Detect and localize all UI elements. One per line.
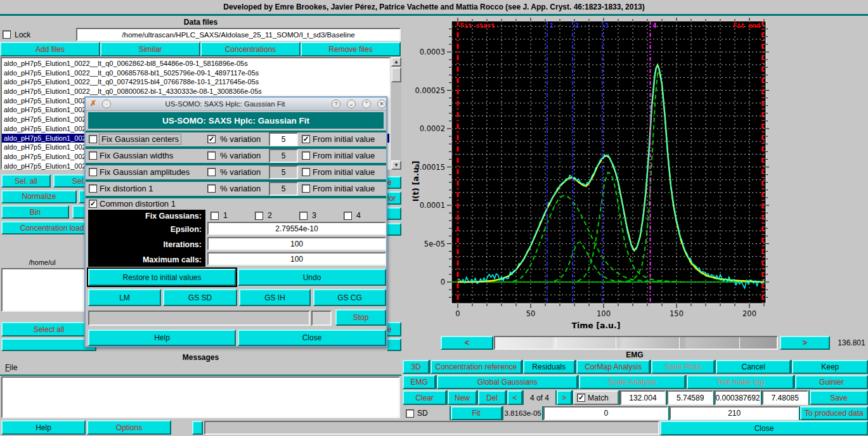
clipped-button-fragment[interactable]: lor	[387, 191, 401, 205]
gaussian-fit-dialog[interactable]: ✗ · US-SOMO: SAXS Hplc: Gaussian Fit ? ⌄…	[84, 96, 387, 347]
fix-gaussian-4-label: 4	[356, 211, 361, 220]
from-initial-checkbox[interactable]	[302, 168, 310, 176]
epsilon-field[interactable]: 2.79554e-10	[207, 222, 386, 235]
gaussian-distortion-field[interactable]: 7.48085	[762, 390, 808, 405]
trial-make-i-q--button[interactable]: Trial make I(q)	[687, 375, 793, 389]
variation-checkbox[interactable]	[207, 151, 216, 160]
algorithm-gs-sd-button[interactable]: GS SD	[163, 289, 237, 306]
lock-checkbox[interactable]	[3, 30, 11, 39]
clear-gaussian-button[interactable]: Clear	[403, 390, 446, 405]
delete-gaussian-button[interactable]: Del	[478, 390, 506, 405]
from-initial-checkbox[interactable]	[302, 184, 310, 193]
variation-value-field[interactable]: 5	[269, 182, 298, 196]
bottom-stub-button[interactable]	[192, 421, 203, 435]
action-Sel. all-button[interactable]: Sel. all	[1, 174, 51, 188]
dialog-close-button[interactable]: Close	[238, 330, 386, 346]
new-gaussian-button[interactable]: New	[448, 390, 477, 405]
match-checkbox[interactable]: ✓	[577, 394, 585, 402]
partial-button[interactable]	[1, 338, 96, 351]
next-gaussian-button[interactable]: >	[557, 390, 572, 405]
restore-button[interactable]: Restore to initial values	[88, 269, 236, 286]
iterations-field[interactable]: 100	[207, 237, 386, 250]
messages-box[interactable]	[1, 376, 400, 418]
from-initial-checkbox[interactable]: ✓	[302, 135, 310, 143]
file-menu[interactable]: File	[5, 363, 30, 373]
undo-button[interactable]: Undo	[238, 269, 386, 286]
gaussian-amplitude-field[interactable]: 0.000387692	[715, 390, 761, 405]
fit-button[interactable]: Fit	[451, 406, 502, 420]
data-path-field[interactable]: /home/ultrascan/HPLC_SAXS/Aldolase_25_11…	[76, 28, 401, 41]
dialog-title-bar[interactable]: ✗ · US-SOMO: SAXS Hplc: Gaussian Fit ? ⌄…	[86, 98, 386, 111]
variation-checkbox[interactable]	[207, 184, 216, 193]
file-list-item[interactable]: aldo_pH7p5_Elution1_0022__It_q0_00742915…	[2, 77, 389, 87]
toolbar-add-files-button[interactable]: Add files	[0, 42, 100, 56]
fix-gaussian-3-checkbox[interactable]	[299, 212, 308, 220]
save-plots-button[interactable]: Save Plots	[651, 360, 714, 374]
previous-gaussian-button[interactable]: <	[507, 390, 522, 405]
help-button[interactable]: Help	[1, 420, 86, 435]
algorithm-gs-ih-button[interactable]: GS IH	[239, 289, 311, 306]
fix-checkbox[interactable]	[89, 151, 97, 160]
cancel-button[interactable]: Cancel	[716, 360, 791, 374]
fit-range-start-field[interactable]: 0	[543, 406, 668, 420]
common-distortion-checkbox[interactable]: ✓	[89, 200, 97, 208]
global-gaussians-button[interactable]: Global Gaussians	[437, 375, 578, 389]
variation-checkbox[interactable]: ✓	[207, 135, 216, 143]
window-menu-icon[interactable]: ·	[102, 99, 111, 108]
file-list-item[interactable]: aldo_pH7p5_Elution1_0022__It_q0_0062862-…	[2, 59, 389, 68]
max-calls-field[interactable]: 100	[207, 252, 386, 266]
clipped-button-fragment[interactable]	[387, 338, 401, 351]
concentration-reference-button[interactable]: Concentration reference	[431, 360, 521, 374]
scroll-right-button[interactable]: >	[780, 336, 830, 350]
variation-value-field[interactable]: 5	[269, 132, 298, 146]
clipped-button-fragment[interactable]: e	[387, 322, 401, 337]
variation-value-field[interactable]: 5	[269, 165, 298, 179]
gaussian-center-field[interactable]: 132.004	[620, 390, 666, 405]
3d-button[interactable]: 3D	[403, 360, 429, 374]
variation-checkbox[interactable]	[207, 168, 216, 176]
guinier-button[interactable]: Guinier	[795, 375, 868, 389]
algorithm-lm-button[interactable]: LM	[88, 289, 161, 306]
select-all-button[interactable]: Select all	[1, 322, 96, 337]
residuals-button[interactable]: Residuals	[523, 360, 575, 374]
from-initial-checkbox[interactable]	[302, 151, 310, 160]
toolbar-similar-button[interactable]: Similar	[100, 42, 200, 56]
fix-gaussian-2-checkbox[interactable]	[255, 212, 263, 220]
fix-gaussian-4-checkbox[interactable]	[344, 212, 352, 220]
clipped-button-fragment[interactable]	[387, 223, 401, 236]
dialog-help-button[interactable]: Help	[88, 330, 236, 346]
fix-checkbox[interactable]	[89, 184, 97, 193]
action-Normalize-button[interactable]: Normalize	[1, 190, 77, 203]
close-button[interactable]: Close	[660, 421, 868, 435]
plot-area[interactable]	[451, 21, 766, 304]
variation-value-field[interactable]: 5	[269, 149, 298, 163]
fix-gaussian-1-checkbox[interactable]	[211, 212, 219, 220]
maximize-icon[interactable]: ⌃	[362, 99, 371, 108]
to-produced-data-button[interactable]: To produced data	[800, 406, 868, 420]
toolbar-remove-files-button[interactable]: Remove files	[301, 42, 401, 56]
action-Bin-button[interactable]: Bin	[1, 205, 69, 219]
sd-checkbox[interactable]	[406, 409, 414, 418]
stop-button[interactable]: Stop	[335, 309, 386, 326]
scroll-left-button[interactable]: <	[441, 336, 493, 350]
emg-button[interactable]: EMG	[403, 375, 436, 389]
scale-analysis-button[interactable]: Scale Analysis	[579, 375, 685, 389]
file-list-item[interactable]: aldo_pH7p5_Elution1_0022__It_q0_00800062…	[2, 87, 389, 96]
algorithm-gs-cg-button[interactable]: GS CG	[313, 289, 386, 306]
options-button[interactable]: Options	[87, 420, 171, 435]
keep-button[interactable]: Keep	[792, 360, 868, 374]
close-window-icon[interactable]: ✕	[377, 99, 386, 108]
gaussian-width-field[interactable]: 5.74589	[667, 390, 713, 405]
cormap-analysis-button[interactable]: CorMap Analysis	[576, 360, 651, 374]
position-slider[interactable]	[494, 336, 778, 350]
fix-checkbox[interactable]	[89, 168, 97, 176]
clipped-button-fragment[interactable]: e	[387, 176, 401, 189]
file-list-item[interactable]: aldo_pH7p5_Elution1_0022__It_q0_00685768…	[2, 68, 389, 78]
minimize-icon[interactable]: ⌄	[347, 99, 356, 108]
toolbar-concentrations-button[interactable]: Concentrations	[200, 42, 301, 56]
fix-checkbox[interactable]	[89, 135, 97, 143]
clipped-button-fragment[interactable]	[387, 207, 401, 220]
fit-range-end-field[interactable]: 210	[670, 406, 799, 420]
save-gaussians-button[interactable]: Save	[810, 390, 868, 405]
help-window-icon[interactable]: ?	[332, 99, 340, 108]
